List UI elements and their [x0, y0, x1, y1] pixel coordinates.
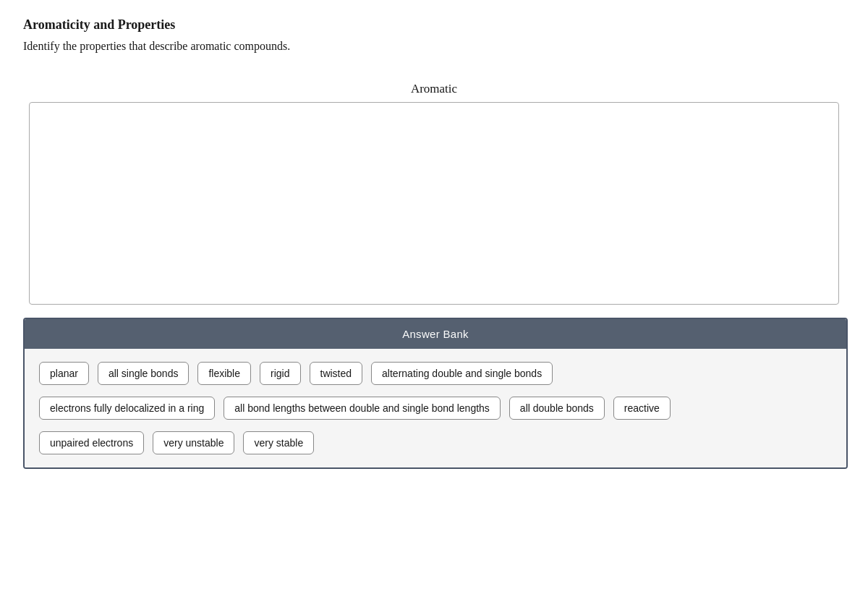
answer-row-2: electrons fully delocalized in a ring al…: [39, 397, 832, 420]
chip-electrons-delocalized[interactable]: electrons fully delocalized in a ring: [39, 397, 215, 420]
answer-row-1: planar all single bonds flexible rigid t…: [39, 362, 832, 385]
chip-twisted[interactable]: twisted: [310, 362, 363, 385]
answer-row-3: unpaired electrons very unstable very st…: [39, 431, 832, 454]
chip-all-double-bonds[interactable]: all double bonds: [509, 397, 605, 420]
chip-flexible[interactable]: flexible: [197, 362, 251, 385]
chip-very-unstable[interactable]: very unstable: [153, 431, 234, 454]
page-subtitle: Identify the properties that describe ar…: [23, 40, 845, 53]
chip-rigid[interactable]: rigid: [260, 362, 300, 385]
chip-alternating-double-single[interactable]: alternating double and single bonds: [371, 362, 553, 385]
chip-unpaired-electrons[interactable]: unpaired electrons: [39, 431, 144, 454]
chip-all-single-bonds[interactable]: all single bonds: [98, 362, 190, 385]
chip-planar[interactable]: planar: [39, 362, 89, 385]
drop-zone-section: Aromatic: [23, 82, 845, 305]
answer-bank-container: Answer Bank planar all single bonds flex…: [23, 318, 848, 469]
aromatic-drop-zone[interactable]: [29, 102, 839, 305]
drop-zone-label: Aromatic: [411, 82, 457, 96]
chip-reactive[interactable]: reactive: [613, 397, 671, 420]
answer-bank-header: Answer Bank: [25, 319, 846, 349]
chip-very-stable[interactable]: very stable: [243, 431, 314, 454]
chip-bond-lengths-between[interactable]: all bond lengths between double and sing…: [224, 397, 501, 420]
page-title: Aromaticity and Properties: [23, 17, 845, 33]
answer-bank-body: planar all single bonds flexible rigid t…: [25, 349, 846, 467]
